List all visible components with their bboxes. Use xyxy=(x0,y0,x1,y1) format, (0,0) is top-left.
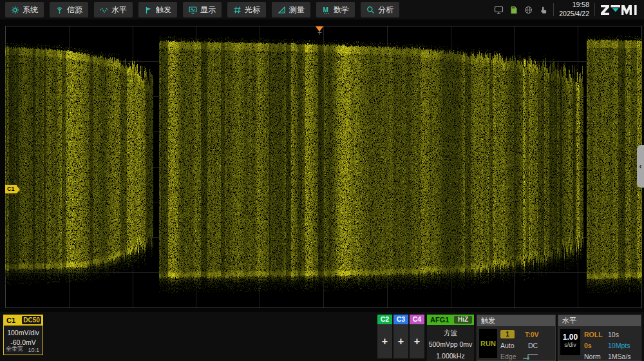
channel1-level-marker[interactable]: C1 xyxy=(5,185,20,193)
channel2-add-button[interactable]: C2 + xyxy=(377,315,392,358)
waveform-display: + C1 ‹ xyxy=(0,19,644,312)
plus-icon: + xyxy=(410,324,424,358)
date-text: 2025/4/22 xyxy=(559,10,589,19)
trigger-coupling[interactable]: DC xyxy=(528,342,538,349)
menu-label: 显示 xyxy=(200,5,216,15)
channel1-level-label: C1 xyxy=(5,185,17,193)
trigger-level[interactable]: T:0V xyxy=(525,331,539,338)
menu-label: 数学 xyxy=(334,5,349,15)
sample-rate: 1MSa/s xyxy=(608,353,631,360)
screen-icon xyxy=(494,6,504,14)
main-menu: 系统 信源 水平 触发 显示 光标 xyxy=(5,2,399,17)
plus-icon: + xyxy=(393,324,408,358)
menu-trigger[interactable]: 触发 xyxy=(138,2,177,17)
acquire-type[interactable]: Norm xyxy=(584,353,601,360)
brand-logo xyxy=(600,3,640,16)
touch-icon xyxy=(538,6,548,14)
channel1-coupling-badge[interactable]: DC50 xyxy=(22,316,41,324)
display-icon xyxy=(189,6,197,14)
trigger-panel[interactable]: 触发 RUN 1 Auto Edge T:0V DC xyxy=(477,315,556,361)
afg-waveform-type: 方波 xyxy=(427,329,474,338)
center-cross-marker: + xyxy=(317,28,322,37)
channel2-header: C2 xyxy=(377,315,392,324)
menu-label: 水平 xyxy=(111,5,127,15)
measure-icon xyxy=(278,6,286,14)
channel4-header: C4 xyxy=(410,315,424,324)
chevron-left-icon: ‹ xyxy=(639,162,642,171)
channel1-header: C1 DC50 xyxy=(4,315,43,326)
menu-label: 信源 xyxy=(67,5,82,15)
channel1-level-arrow xyxy=(17,186,20,193)
menu-cursor[interactable]: 光标 xyxy=(227,2,266,17)
channel1-bandwidth: 全带宽 xyxy=(6,345,23,353)
trigger-source-badge[interactable]: 1 xyxy=(500,330,515,338)
menu-source[interactable]: 信源 xyxy=(50,2,88,17)
channel1-panel[interactable]: C1 DC50 100mV/div -60.0mV 全带宽 10:1 xyxy=(3,315,43,355)
run-stop-button[interactable]: RUN xyxy=(479,329,497,358)
afg-impedance-badge[interactable]: HiZ xyxy=(454,316,472,324)
timebase-value: 1.00 xyxy=(560,333,580,342)
channel4-add-button[interactable]: C4 + xyxy=(410,315,424,358)
bottombar: C1 DC50 100mV/div -60.0mV 全带宽 10:1 C2 + … xyxy=(0,312,644,361)
memory-depth: 10Mpts xyxy=(608,342,630,349)
menu-math[interactable]: M 数学 xyxy=(316,2,355,17)
trigger-flag-icon xyxy=(144,6,153,14)
oscilloscope-screen: 系统 信源 水平 触发 显示 光标 xyxy=(0,0,644,361)
afg-panel[interactable]: AFG1 HiZ 方波 500mVpp 0mv 1.000kHz xyxy=(427,315,474,361)
trigger-panel-title: 触发 xyxy=(477,315,555,326)
menu-label: 光标 xyxy=(245,5,260,15)
menu-label: 触发 xyxy=(156,5,171,15)
menu-horizontal[interactable]: 水平 xyxy=(94,2,133,17)
sd-card-icon xyxy=(509,6,518,14)
horizontal-delay[interactable]: 0s xyxy=(584,342,592,349)
horizontal-panel-title: 水平 xyxy=(558,315,641,326)
channel1-probe-ratio: 10:1 xyxy=(28,347,39,353)
afg-frequency: 1.000kHz xyxy=(427,352,474,360)
side-panel-handle[interactable]: ‹ xyxy=(637,145,644,188)
afg-name: AFG1 xyxy=(430,316,449,324)
channel1-scale: 100mV/div xyxy=(4,329,43,337)
plus-icon: + xyxy=(377,324,392,358)
afg-amplitude: 500mVpp 0mv xyxy=(427,340,474,348)
time-text: 19:58 xyxy=(559,1,589,10)
menu-label: 系统 xyxy=(23,5,38,15)
trigger-type[interactable]: Edge xyxy=(500,353,516,360)
menu-measure[interactable]: 测量 xyxy=(272,2,310,17)
timebase-unit: s/div xyxy=(560,342,580,348)
time-window: 10s xyxy=(608,331,619,338)
network-icon xyxy=(524,6,533,14)
channel3-header: C3 xyxy=(393,315,408,324)
clock: 19:58 2025/4/22 xyxy=(559,1,589,18)
topbar: 系统 信源 水平 触发 显示 光标 xyxy=(0,0,644,19)
menu-analysis[interactable]: 分析 xyxy=(361,2,399,17)
svg-text:M: M xyxy=(323,6,328,13)
acquisition-mode[interactable]: ROLL xyxy=(584,331,603,338)
channel3-add-button[interactable]: C3 + xyxy=(393,315,408,358)
status-divider xyxy=(594,3,595,16)
timebase-scale-button[interactable]: 1.00 s/div xyxy=(560,329,580,355)
channel1-name: C1 xyxy=(6,317,15,324)
gear-icon xyxy=(11,6,19,14)
horizontal-icon xyxy=(100,6,108,14)
source-icon xyxy=(55,6,64,14)
menu-display[interactable]: 显示 xyxy=(183,2,222,17)
horizontal-panel[interactable]: 水平 1.00 s/div ROLL 0s Norm 10s 10Mpts 1M… xyxy=(558,315,641,361)
math-icon: M xyxy=(322,6,330,14)
edge-slope-icon[interactable] xyxy=(522,353,539,360)
menu-label: 分析 xyxy=(378,5,393,15)
cursor-grid-icon xyxy=(233,6,242,14)
waveform-canvas[interactable] xyxy=(5,26,642,308)
menu-system[interactable]: 系统 xyxy=(5,2,44,17)
analysis-icon xyxy=(366,6,375,14)
afg-header: AFG1 HiZ xyxy=(427,315,474,325)
menu-label: 测量 xyxy=(289,5,305,15)
status-divider xyxy=(553,3,554,16)
trigger-mode[interactable]: Auto xyxy=(500,342,515,349)
status-area: 19:58 2025/4/22 xyxy=(494,0,640,19)
